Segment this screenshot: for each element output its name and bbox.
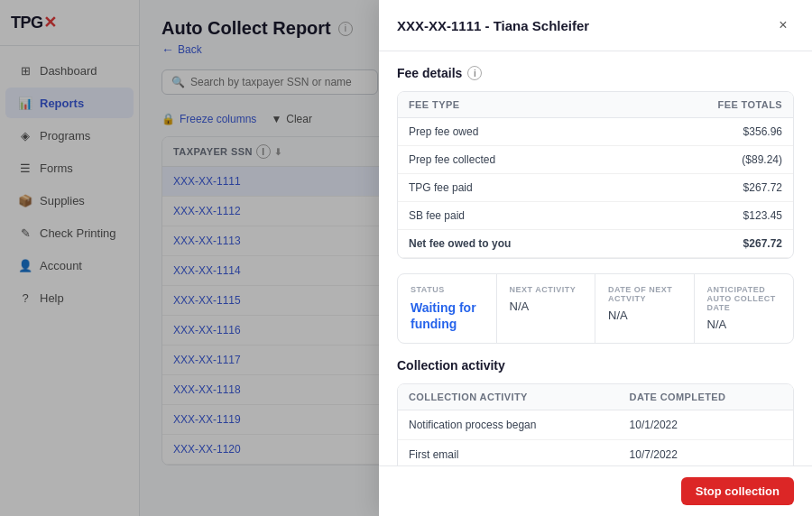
status-grid: STATUSWaiting for fundingNEXT ACTIVITYN/… bbox=[397, 273, 794, 344]
fee-col-amount: Fee Totals bbox=[631, 92, 793, 118]
fee-info-icon[interactable]: i bbox=[467, 66, 482, 80]
modal-title: XXX-XX-1111 - Tiana Schleifer bbox=[397, 18, 589, 33]
status-cell: DATE OF NEXT ACTVITYN/A bbox=[595, 274, 695, 343]
fee-row: Prep fee collected($89.24) bbox=[398, 146, 793, 174]
fee-row: TPG fee paid$267.72 bbox=[398, 174, 793, 202]
col-date: Date completed bbox=[619, 384, 793, 410]
status-cell: ANTICIPATED AUTO COLLECT DATEN/A bbox=[695, 274, 794, 343]
modal-body: Fee details i Fee Type Fee Totals Prep f… bbox=[379, 51, 812, 465]
modal-overlay: XXX-XX-1111 - Tiana Schleifer × Fee deta… bbox=[0, 0, 812, 516]
fee-details-heading: Fee details i bbox=[397, 66, 794, 80]
fee-col-type: Fee Type bbox=[398, 92, 631, 118]
modal-header: XXX-XX-1111 - Tiana Schleifer × bbox=[379, 0, 812, 51]
col-activity: Collection activity bbox=[398, 384, 619, 410]
status-cell: STATUSWaiting for funding bbox=[398, 274, 497, 343]
modal-footer: Stop collection bbox=[379, 465, 812, 516]
fee-row: SB fee paid$123.45 bbox=[398, 202, 793, 230]
fee-details-table: Fee Type Fee Totals Prep fee owed$356.96… bbox=[397, 91, 794, 259]
collection-activity-table: Collection activity Date completed Notif… bbox=[397, 383, 794, 465]
collection-activity-heading: Collection activity bbox=[397, 358, 794, 373]
taxpayer-detail-modal: XXX-XX-1111 - Tiana Schleifer × Fee deta… bbox=[379, 0, 812, 516]
stop-collection-button[interactable]: Stop collection bbox=[681, 477, 794, 505]
status-cell: NEXT ACTIVITYN/A bbox=[497, 274, 596, 343]
collection-row: Notification process began10/1/2022 bbox=[398, 410, 793, 440]
fee-row: Net fee owed to you$267.72 bbox=[398, 230, 793, 258]
fee-row: Prep fee owed$356.96 bbox=[398, 118, 793, 146]
collection-section: Collection activity Collection activity … bbox=[397, 358, 794, 465]
close-button[interactable]: × bbox=[772, 14, 794, 36]
collection-row: First email10/7/2022 bbox=[398, 440, 793, 465]
